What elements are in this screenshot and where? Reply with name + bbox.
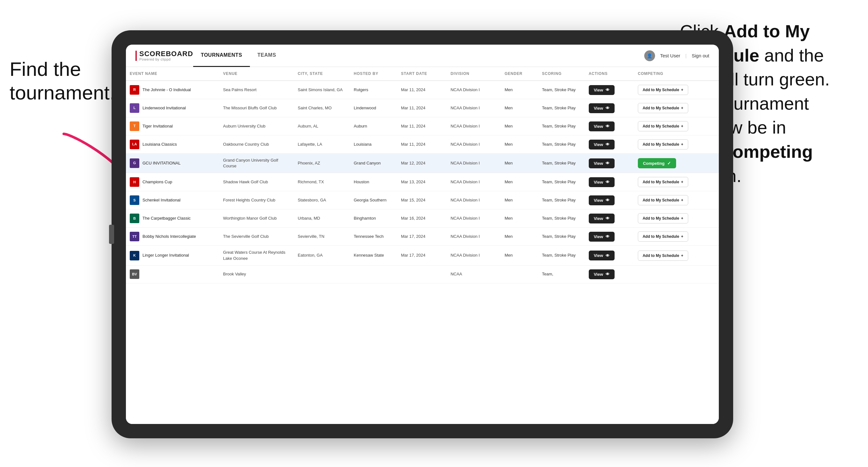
venue-cell: Great Waters Course At Reynolds Lake Oco… [219, 246, 294, 265]
venue-text: Great Waters Course At Reynolds Lake Oco… [223, 250, 285, 260]
event-name-text: GCU INVITATIONAL [143, 160, 180, 166]
venue-text: Brook Valley [223, 272, 246, 276]
event-name-inner: L Lindenwood Invitational [130, 103, 216, 113]
date-text: Mar 17, 2024 [401, 234, 426, 239]
view-button[interactable]: View 👁 [589, 177, 615, 187]
city-text: Phoenix, AZ [298, 161, 320, 165]
venue-cell: Forest Heights Country Club [219, 191, 294, 210]
tab-tournaments[interactable]: TOURNAMENTS [193, 44, 250, 67]
view-button[interactable]: View 👁 [589, 158, 615, 168]
venue-text: Oakbourne Country Club [223, 142, 269, 147]
competing-button[interactable]: Competing ✓ [638, 158, 676, 168]
view-button[interactable]: View 👁 [589, 103, 615, 113]
view-button[interactable]: View 👁 [589, 251, 615, 260]
competing-cell: Competing ✓ [634, 154, 719, 173]
col-header-division: DIVISION [446, 67, 500, 81]
table-row: L Lindenwood Invitational The Missouri B… [126, 99, 719, 117]
add-to-schedule-button[interactable]: Add to My Schedule + [638, 103, 688, 113]
date-text: Mar 17, 2024 [401, 253, 426, 257]
gender-text: Men [505, 234, 513, 239]
gender-cell [501, 265, 538, 283]
view-button[interactable]: View 👁 [589, 195, 615, 205]
check-icon: ✓ [667, 161, 671, 166]
scoring-text: Team, Stroke Play [542, 198, 576, 203]
scoring-text: Team, [542, 272, 553, 276]
actions-cell: View 👁 [585, 117, 634, 135]
table-row: B The Carpetbagger Classic Worthington M… [126, 210, 719, 227]
hosted-text: Georgia Southern [354, 198, 387, 203]
plus-icon: + [681, 180, 683, 184]
col-header-scoring: SCORING [538, 67, 585, 81]
scoring-cell: Team, Stroke Play [538, 210, 585, 227]
view-button[interactable]: View 👁 [589, 269, 615, 279]
add-to-schedule-button[interactable]: Add to My Schedule + [638, 177, 688, 187]
table-row: R The Johnnie - O Individual Sea Palms R… [126, 81, 719, 99]
view-button[interactable]: View 👁 [589, 139, 615, 150]
view-button[interactable]: View 👁 [589, 232, 615, 242]
eye-icon: 👁 [606, 161, 610, 165]
eye-icon: 👁 [606, 88, 610, 92]
sign-out-link[interactable]: Sign out [692, 53, 709, 58]
add-to-schedule-button[interactable]: Add to My Schedule + [638, 139, 688, 150]
event-name-cell: R The Johnnie - O Individual [126, 81, 219, 99]
add-to-schedule-button[interactable]: Add to My Schedule + [638, 195, 688, 205]
event-name-text: Lindenwood Invitational [143, 105, 186, 111]
date-text: Mar 16, 2024 [401, 216, 426, 221]
view-button[interactable]: View 👁 [589, 121, 615, 131]
scoring-text: Team, Stroke Play [542, 87, 576, 92]
tab-teams[interactable]: TEAMS [250, 44, 284, 67]
hosted-text: Lindenwood [354, 105, 376, 110]
table-row: S Schenkel Invitational Forest Heights C… [126, 191, 719, 210]
col-header-actions: ACTIONS [585, 67, 634, 81]
gender-cell: Men [501, 227, 538, 246]
table-row: K Linger Longer Invitational Great Water… [126, 246, 719, 265]
scoring-cell: Team, Stroke Play [538, 135, 585, 154]
view-button[interactable]: View 👁 [589, 214, 615, 223]
actions-cell: View 👁 [585, 227, 634, 246]
add-to-schedule-button[interactable]: Add to My Schedule + [638, 85, 688, 95]
add-to-schedule-button[interactable]: Add to My Schedule + [638, 121, 688, 131]
view-label: View [594, 253, 603, 258]
division-text: NCAA Division I [451, 253, 480, 257]
event-name-inner: S Schenkel Invitational [130, 195, 216, 205]
city-cell: Sevierville, TN [294, 227, 350, 246]
event-name-text: Champions Cup [143, 179, 172, 185]
hosted-text: Louisiana [354, 142, 372, 147]
col-header-event: EVENT NAME [126, 67, 219, 81]
add-to-schedule-button[interactable]: Add to My Schedule + [638, 251, 688, 261]
scoring-cell: Team, Stroke Play [538, 117, 585, 135]
team-logo: K [130, 251, 139, 260]
venue-text: Forest Heights Country Club [223, 198, 275, 203]
division-text: NCAA Division I [451, 105, 480, 110]
plus-icon: + [681, 253, 683, 258]
eye-icon: 👁 [606, 142, 610, 147]
view-button[interactable]: View 👁 [589, 85, 615, 95]
tournaments-table: EVENT NAME VENUE CITY, STATE HOSTED BY S… [126, 67, 719, 283]
event-name-cell: LA Louisiana Classics [126, 135, 219, 154]
competing-cell: Add to My Schedule + [634, 81, 719, 99]
division-cell: NCAA Division I [446, 135, 500, 154]
venue-cell: The Sevierville Golf Club [219, 227, 294, 246]
logo-text-area: SCOREBOARD Powered by clippd [139, 50, 193, 61]
team-logo: L [130, 103, 139, 113]
venue-text: Sea Palms Resort [223, 87, 257, 92]
view-label: View [594, 180, 603, 185]
venue-cell: The Missouri Bluffs Golf Club [219, 99, 294, 117]
view-label: View [594, 161, 603, 166]
hosted-cell: Auburn [350, 117, 397, 135]
scoring-text: Team, Stroke Play [542, 234, 576, 239]
city-text: Lafayette, LA [298, 142, 322, 147]
app-header: SCOREBOARD Powered by clippd TOURNAMENTS… [126, 44, 719, 67]
add-to-schedule-button[interactable]: Add to My Schedule + [638, 231, 688, 242]
actions-cell: View 👁 [585, 173, 634, 191]
plus-icon: + [681, 216, 683, 221]
add-to-schedule-button[interactable]: Add to My Schedule + [638, 213, 688, 223]
tablet-screen: SCOREBOARD Powered by clippd TOURNAMENTS… [126, 44, 719, 424]
date-cell: Mar 11, 2024 [397, 81, 447, 99]
competing-cell: Add to My Schedule + [634, 173, 719, 191]
division-cell: NCAA Division I [446, 246, 500, 265]
city-cell [294, 265, 350, 283]
division-cell: NCAA Division I [446, 99, 500, 117]
hosted-cell: Georgia Southern [350, 191, 397, 210]
city-cell: Urbana, MD [294, 210, 350, 227]
